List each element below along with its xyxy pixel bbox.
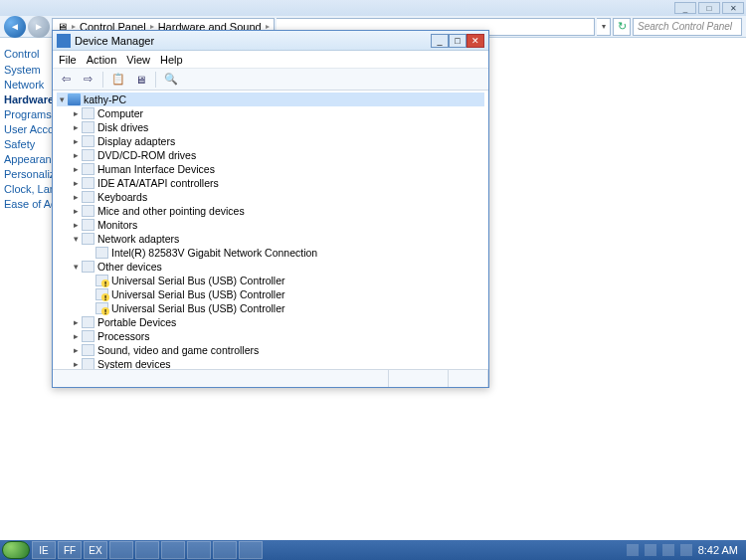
toolbar-scan-button[interactable]: 🔍 xyxy=(162,71,180,89)
system-tray[interactable]: 8:42 AM xyxy=(627,544,744,556)
tree-node-label: Mice and other pointing devices xyxy=(97,205,245,217)
taskbar-item[interactable] xyxy=(135,541,159,559)
dm-maximize-button[interactable]: □ xyxy=(449,34,466,48)
nav-back-button[interactable]: ◄ xyxy=(4,16,26,38)
tree-node[interactable]: ▸Processors xyxy=(57,329,484,343)
tree-node-label: Universal Serial Bus (USB) Controller xyxy=(111,275,284,286)
cp-close-button[interactable]: ✕ xyxy=(722,2,744,14)
tree-expander[interactable]: ▾ xyxy=(71,234,81,244)
device-icon xyxy=(82,205,94,217)
toolbar-properties-button[interactable]: 📋 xyxy=(109,71,127,89)
taskbar-item[interactable]: IE xyxy=(32,541,56,559)
tree-leaf-marker xyxy=(85,276,94,285)
tree-node-label: Human Interface Devices xyxy=(97,163,215,175)
tree-node-label: System devices xyxy=(97,358,171,369)
tree-node[interactable]: ▾Other devices xyxy=(57,260,484,274)
tree-expander[interactable]: ▸ xyxy=(71,192,81,202)
tree-node[interactable]: ▸Sound, video and game controllers xyxy=(57,343,484,357)
computer-icon xyxy=(68,93,81,105)
taskbar-item[interactable] xyxy=(239,541,263,559)
tree-expander[interactable]: ▸ xyxy=(71,164,81,174)
tree-node[interactable]: ▸Monitors xyxy=(57,218,484,232)
tree-node[interactable]: ▸Computer xyxy=(57,106,484,120)
start-button[interactable] xyxy=(2,541,30,559)
dm-minimize-button[interactable]: _ xyxy=(431,34,449,48)
tree-node-label: DVD/CD-ROM drives xyxy=(97,149,196,161)
tree-expander[interactable]: ▸ xyxy=(71,359,81,369)
tree-expander[interactable]: ▸ xyxy=(71,122,81,132)
tree-node[interactable]: ▸Display adapters xyxy=(57,134,484,148)
tree-expander[interactable]: ▾ xyxy=(57,94,67,104)
tree-node[interactable]: ▸Disk drives xyxy=(57,120,484,134)
tree-node-label: Disk drives xyxy=(97,121,148,133)
tray-icon[interactable] xyxy=(627,544,639,556)
tree-node[interactable]: ▸Human Interface Devices xyxy=(57,162,484,176)
tree-expander[interactable]: ▸ xyxy=(71,206,81,216)
tree-node[interactable]: ▸Mice and other pointing devices xyxy=(57,204,484,218)
device-icon xyxy=(82,344,94,356)
tree-node[interactable]: ▸Portable Devices xyxy=(57,315,484,329)
device-warning-icon xyxy=(95,288,108,300)
tray-icon[interactable] xyxy=(645,544,656,556)
tree-expander[interactable]: ▸ xyxy=(71,220,81,230)
menu-file[interactable]: File xyxy=(59,54,77,66)
taskbar-item[interactable] xyxy=(161,541,185,559)
device-manager-window: Device Manager _ □ ✕ File Action View He… xyxy=(52,30,489,388)
tree-expander[interactable]: ▸ xyxy=(71,108,81,118)
device-tree[interactable]: ▾kathy-PC▸Computer▸Disk drives▸Display a… xyxy=(53,91,488,369)
tree-node[interactable]: ▾kathy-PC xyxy=(57,93,484,106)
tree-node[interactable]: Universal Serial Bus (USB) Controller xyxy=(57,301,484,315)
taskbar-item[interactable]: EX xyxy=(84,541,107,559)
nav-forward-button[interactable]: ► xyxy=(28,16,50,38)
refresh-button[interactable]: ↻ xyxy=(613,18,631,36)
toolbar-devices-button[interactable]: 🖥 xyxy=(131,71,149,89)
dm-menubar: File Action View Help xyxy=(53,51,488,69)
toolbar-forward-button[interactable]: ⇨ xyxy=(79,71,96,89)
tree-node[interactable]: ▸IDE ATA/ATAPI controllers xyxy=(57,176,484,190)
taskbar-item[interactable] xyxy=(187,541,211,559)
tree-expander[interactable]: ▸ xyxy=(71,331,81,341)
tree-leaf-marker xyxy=(85,248,94,258)
taskbar-item[interactable]: FF xyxy=(58,541,82,559)
tree-node-label: Universal Serial Bus (USB) Controller xyxy=(111,302,284,314)
menu-help[interactable]: Help xyxy=(160,54,183,66)
tree-node[interactable]: Universal Serial Bus (USB) Controller xyxy=(57,274,484,287)
device-icon xyxy=(82,191,94,203)
tree-expander[interactable]: ▸ xyxy=(71,345,81,355)
tree-node[interactable]: ▾Network adapters xyxy=(57,232,484,246)
toolbar-divider xyxy=(155,72,156,88)
tray-volume-icon[interactable] xyxy=(680,544,692,556)
device-icon xyxy=(82,233,94,245)
address-dropdown-button[interactable]: ▾ xyxy=(597,18,611,36)
dm-close-button[interactable]: ✕ xyxy=(466,34,484,48)
tree-expander[interactable]: ▾ xyxy=(71,262,81,272)
menu-action[interactable]: Action xyxy=(87,54,117,66)
tray-clock[interactable]: 8:42 AM xyxy=(698,544,738,556)
tree-node[interactable]: Universal Serial Bus (USB) Controller xyxy=(57,287,484,301)
taskbar-item[interactable] xyxy=(109,541,133,559)
tree-expander[interactable]: ▸ xyxy=(71,317,81,327)
dm-titlebar[interactable]: Device Manager _ □ ✕ xyxy=(53,31,488,51)
tree-expander[interactable]: ▸ xyxy=(71,136,81,146)
toolbar-divider xyxy=(102,72,103,88)
device-icon xyxy=(82,107,94,119)
tree-node[interactable]: ▸DVD/CD-ROM drives xyxy=(57,148,484,162)
device-icon xyxy=(82,219,94,231)
tray-network-icon[interactable] xyxy=(662,544,674,556)
device-icon xyxy=(82,358,94,369)
taskbar-item[interactable] xyxy=(213,541,237,559)
device-icon xyxy=(82,177,94,189)
cp-maximize-button[interactable]: □ xyxy=(698,2,720,14)
toolbar-back-button[interactable]: ⇦ xyxy=(57,71,75,89)
tree-node-label: kathy-PC xyxy=(84,93,126,105)
tree-node[interactable]: Intel(R) 82583V Gigabit Network Connecti… xyxy=(57,246,484,260)
menu-view[interactable]: View xyxy=(126,54,150,66)
tree-node-label: Display adapters xyxy=(97,135,175,147)
tree-node[interactable]: ▸System devices xyxy=(57,357,484,369)
tree-node[interactable]: ▸Keyboards xyxy=(57,190,484,204)
tree-expander[interactable]: ▸ xyxy=(71,178,81,188)
taskbar: IEFFEX 8:42 AM xyxy=(0,540,746,560)
tree-expander[interactable]: ▸ xyxy=(71,150,81,160)
cp-minimize-button[interactable]: _ xyxy=(674,2,696,14)
search-input[interactable]: Search Control Panel xyxy=(633,18,742,36)
